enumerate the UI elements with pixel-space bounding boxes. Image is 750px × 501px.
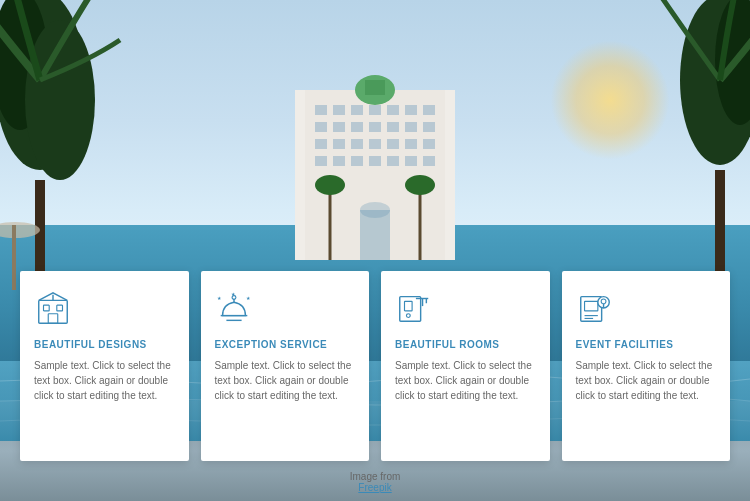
hotel-building <box>265 60 485 260</box>
svg-point-64 <box>406 314 410 318</box>
svg-rect-22 <box>351 122 363 132</box>
attribution-line1: Image from <box>350 471 401 482</box>
card-exception-service-text[interactable]: Sample text. Click to select the text bo… <box>215 358 356 403</box>
svg-rect-59 <box>400 297 421 322</box>
svg-point-44 <box>315 175 345 195</box>
card-event-facilities-text[interactable]: Sample text. Click to select the text bo… <box>576 358 717 403</box>
svg-rect-24 <box>387 122 399 132</box>
attribution: Image from Freepik <box>350 471 401 493</box>
svg-rect-60 <box>405 301 413 311</box>
left-trees <box>0 0 130 290</box>
svg-rect-39 <box>405 156 417 166</box>
svg-rect-37 <box>369 156 381 166</box>
svg-text:★: ★ <box>216 296 221 301</box>
svg-rect-29 <box>351 139 363 149</box>
svg-rect-13 <box>315 105 327 115</box>
svg-point-4 <box>0 222 40 238</box>
card-exception-service-title: EXCEPTION SERVICE <box>215 339 356 350</box>
svg-rect-32 <box>405 139 417 149</box>
svg-point-46 <box>405 175 435 195</box>
svg-rect-51 <box>48 314 58 324</box>
svg-rect-35 <box>333 156 345 166</box>
card-event-facilities[interactable]: EVENT FACILITIES Sample text. Click to s… <box>562 271 731 461</box>
event-icon <box>576 289 616 329</box>
svg-rect-14 <box>333 105 345 115</box>
card-beautiful-rooms-text[interactable]: Sample text. Click to select the text bo… <box>395 358 536 403</box>
card-beautiful-rooms-title: BEAUTIFUL ROOMS <box>395 339 536 350</box>
card-beautiful-designs[interactable]: BEAUTIFUL DESIGNS Sample text. Click to … <box>20 271 189 461</box>
right-trees <box>630 0 750 280</box>
svg-rect-66 <box>584 301 597 311</box>
svg-rect-26 <box>423 122 435 132</box>
svg-rect-20 <box>315 122 327 132</box>
svg-text:★: ★ <box>246 296 251 301</box>
svg-rect-30 <box>369 139 381 149</box>
svg-rect-12 <box>365 80 385 95</box>
svg-rect-49 <box>44 305 50 311</box>
svg-rect-17 <box>387 105 399 115</box>
svg-rect-23 <box>369 122 381 132</box>
feature-cards: BEAUTIFUL DESIGNS Sample text. Click to … <box>20 271 730 461</box>
svg-rect-48 <box>39 300 68 323</box>
svg-rect-27 <box>315 139 327 149</box>
svg-point-42 <box>360 202 390 218</box>
attribution-link[interactable]: Freepik <box>350 482 401 493</box>
svg-rect-38 <box>387 156 399 166</box>
svg-rect-15 <box>351 105 363 115</box>
svg-rect-5 <box>12 225 16 290</box>
card-event-facilities-title: EVENT FACILITIES <box>576 339 717 350</box>
svg-rect-50 <box>57 305 63 311</box>
room-icon <box>395 289 435 329</box>
svg-rect-31 <box>387 139 399 149</box>
svg-rect-33 <box>423 139 435 149</box>
card-beautiful-designs-title: BEAUTIFUL DESIGNS <box>34 339 175 350</box>
svg-rect-21 <box>333 122 345 132</box>
svg-rect-16 <box>369 105 381 115</box>
building-icon <box>34 289 74 329</box>
svg-rect-19 <box>423 105 435 115</box>
svg-rect-8 <box>715 170 725 280</box>
svg-rect-18 <box>405 105 417 115</box>
svg-rect-40 <box>423 156 435 166</box>
card-exception-service[interactable]: ★ ★ ★ EXCEPTION SERVICE Sample text. Cli… <box>201 271 370 461</box>
card-beautiful-designs-text[interactable]: Sample text. Click to select the text bo… <box>34 358 175 403</box>
svg-rect-34 <box>315 156 327 166</box>
svg-rect-36 <box>351 156 363 166</box>
svg-rect-28 <box>333 139 345 149</box>
card-beautiful-rooms[interactable]: BEAUTIFUL ROOMS Sample text. Click to se… <box>381 271 550 461</box>
service-icon: ★ ★ ★ <box>215 289 255 329</box>
svg-rect-25 <box>405 122 417 132</box>
